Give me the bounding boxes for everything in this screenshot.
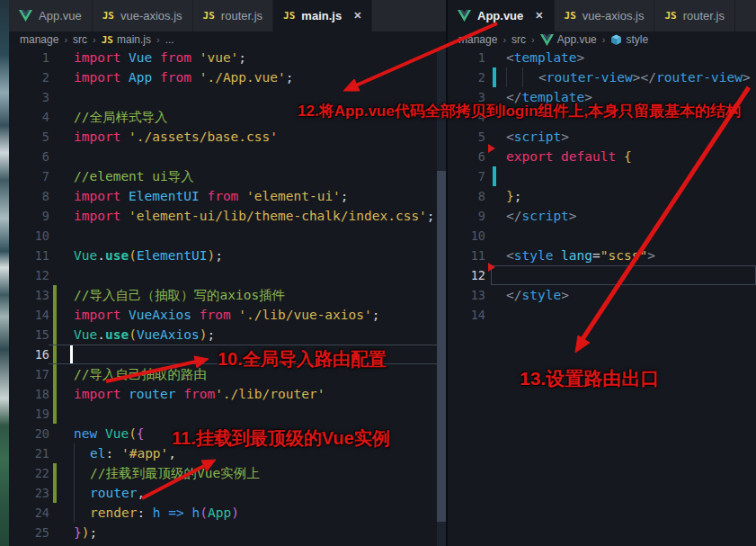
tab-bar-left: App.vueJSvue-axios.jsJSrouter.jsJSmain.j… xyxy=(9,0,446,31)
gutter-added-indicator xyxy=(53,483,57,503)
tab-vue-axios-js[interactable]: JSvue-axios.js xyxy=(555,0,655,31)
code-line-13[interactable]: 13//导入自己（抽取）写的axios插件 xyxy=(9,285,446,305)
code-line-25[interactable]: 25}); xyxy=(9,523,446,542)
code-line-13[interactable]: 13</style> xyxy=(448,285,756,305)
code-line-2[interactable]: 2import App from './App.vue'; xyxy=(9,67,446,87)
code-token: import xyxy=(74,189,129,203)
code-line-14[interactable]: 14 xyxy=(448,305,756,325)
code-token: router-view xyxy=(656,70,743,85)
line-number: 1 xyxy=(9,48,49,67)
style-icon xyxy=(610,34,622,46)
annotation-label-10: 10.全局导入路由配置 xyxy=(218,347,387,371)
code-token: 'vue' xyxy=(200,50,239,65)
code-token: </ xyxy=(506,209,521,223)
code-token: ; xyxy=(427,209,435,223)
code-token: > xyxy=(633,70,641,85)
code-line-1[interactable]: 1<template> xyxy=(448,48,756,67)
code-line-6[interactable]: 6 xyxy=(9,147,446,166)
code-text: import './assets/base.css' xyxy=(74,127,278,147)
breadcrumb-item-App-vue[interactable]: App.vue xyxy=(540,33,597,46)
breadcrumb-item----[interactable]: ... xyxy=(165,33,174,46)
code-token: from xyxy=(160,70,200,85)
code-text: <style lang="scss"> xyxy=(506,246,655,265)
breadcrumb-item-main-js[interactable]: JSmain.js xyxy=(102,33,151,46)
code-token: Vue xyxy=(129,50,160,65)
code-token: ; xyxy=(514,189,522,203)
tab-label: vue-axios.js xyxy=(583,9,645,22)
code-editor-app-vue[interactable]: 1<template>2<router-view></router-view>3… xyxy=(448,48,756,546)
js-icon: JS xyxy=(664,10,676,22)
code-line-9[interactable]: 9import 'element-ui/lib/theme-chalk/inde… xyxy=(9,206,446,226)
code-line-1[interactable]: 1import Vue from 'vue'; xyxy=(9,48,446,67)
code-line-2[interactable]: 2<router-view></router-view> xyxy=(448,67,756,87)
code-text: import router from'./lib/router' xyxy=(74,384,325,404)
code-line-23[interactable]: 23router, xyxy=(9,483,446,503)
code-token: > xyxy=(577,50,585,65)
line-number: 25 xyxy=(9,523,49,542)
code-token: } xyxy=(74,525,82,540)
tab-main-js[interactable]: JSmain.js✕ xyxy=(273,0,372,31)
code-token: //导入自己抽取的路由 xyxy=(74,367,207,381)
code-line-14[interactable]: 14import VueAxios from './lib/vue-axios'… xyxy=(9,305,446,325)
code-line-5[interactable]: 5import './assets/base.css' xyxy=(9,127,446,147)
code-line-10[interactable]: 10 xyxy=(448,226,756,246)
indent-guide xyxy=(74,443,90,463)
code-text: el: '#app', xyxy=(74,443,176,463)
code-token: VueAxios xyxy=(137,327,200,342)
code-line-19[interactable]: 19 xyxy=(9,404,446,424)
code-token: < xyxy=(506,50,514,65)
gutter-added-indicator xyxy=(53,345,57,364)
code-token: ( xyxy=(129,426,137,441)
code-token: ; xyxy=(207,327,215,342)
line-number: 9 xyxy=(9,206,49,226)
code-token: ) xyxy=(231,506,239,520)
code-line-10[interactable]: 10 xyxy=(9,226,446,246)
line-number: 7 xyxy=(448,166,485,186)
breadcrumb-item-src[interactable]: src xyxy=(73,33,87,46)
js-icon: JS xyxy=(102,34,113,46)
breadcrumb-item-manage[interactable]: manage xyxy=(458,33,497,46)
gutter-added-indicator xyxy=(53,384,57,404)
scrollbar-thumb[interactable] xyxy=(437,171,446,522)
code-line-11[interactable]: 11Vue.use(ElementUI); xyxy=(9,246,446,265)
line-number: 10 xyxy=(448,226,485,246)
close-icon[interactable]: ✕ xyxy=(353,10,361,22)
tab-router-js[interactable]: JSrouter.js xyxy=(654,0,735,31)
code-token: > xyxy=(647,248,655,263)
code-line-12[interactable]: 12 xyxy=(9,265,446,285)
breadcrumb-separator-icon: › xyxy=(503,34,506,45)
breadcrumb-item-manage[interactable]: manage xyxy=(20,33,58,46)
gutter-added-indicator xyxy=(53,463,57,483)
breadcrumb-item-src[interactable]: src xyxy=(511,33,526,46)
line-number: 7 xyxy=(9,166,49,186)
breadcrumb-item-style[interactable]: style xyxy=(610,33,648,46)
code-text: router, xyxy=(74,483,145,503)
code-line-9[interactable]: 9</script> xyxy=(448,206,756,226)
vue-icon xyxy=(540,34,554,46)
code-line-8[interactable]: 8}; xyxy=(448,186,756,206)
code-token: > xyxy=(561,288,569,302)
code-line-7[interactable]: 7//element ui导入 xyxy=(9,166,446,186)
annotation-label-13: 13.设置路由出口 xyxy=(520,366,659,391)
code-token: . xyxy=(97,248,105,263)
code-line-24[interactable]: 24render: h => h(App) xyxy=(9,503,446,523)
code-line-7[interactable]: 7 xyxy=(448,166,756,186)
tab-vue-axios-js[interactable]: JSvue-axios.js xyxy=(93,0,193,31)
code-line-22[interactable]: 22//挂载到最顶级的Vue实例上 xyxy=(9,463,446,483)
code-line-8[interactable]: 8import ElementUI from 'element-ui'; xyxy=(9,186,446,206)
breadcrumb-label: manage xyxy=(458,33,497,46)
indent-guide xyxy=(74,463,90,483)
code-editor-main-js[interactable]: 1import Vue from 'vue';2import App from … xyxy=(9,48,446,546)
tab-App-vue[interactable]: App.vue xyxy=(9,0,93,31)
close-icon[interactable]: ✕ xyxy=(535,10,543,22)
editor-pane-right: App.vue✕JSvue-axios.jsJSrouter.js manage… xyxy=(448,0,756,546)
code-token: > xyxy=(561,130,569,144)
tab-router-js[interactable]: JSrouter.js xyxy=(193,0,274,31)
code-line-15[interactable]: 15Vue.use(VueAxios); xyxy=(9,325,446,345)
line-number: 13 xyxy=(9,285,49,305)
breadcrumb-label: style xyxy=(626,33,648,46)
line-number: 3 xyxy=(9,87,49,107)
code-token: from xyxy=(160,50,200,65)
tab-App-vue[interactable]: App.vue✕ xyxy=(448,0,555,31)
code-line-18[interactable]: 18import router from'./lib/router' xyxy=(9,384,446,404)
